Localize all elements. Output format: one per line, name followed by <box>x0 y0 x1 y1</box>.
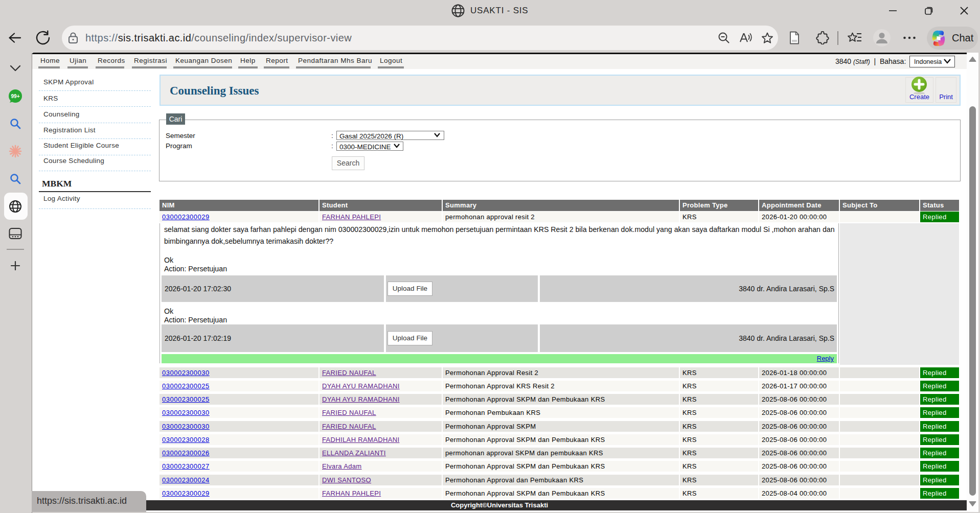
svg-text:99+: 99+ <box>11 94 20 99</box>
